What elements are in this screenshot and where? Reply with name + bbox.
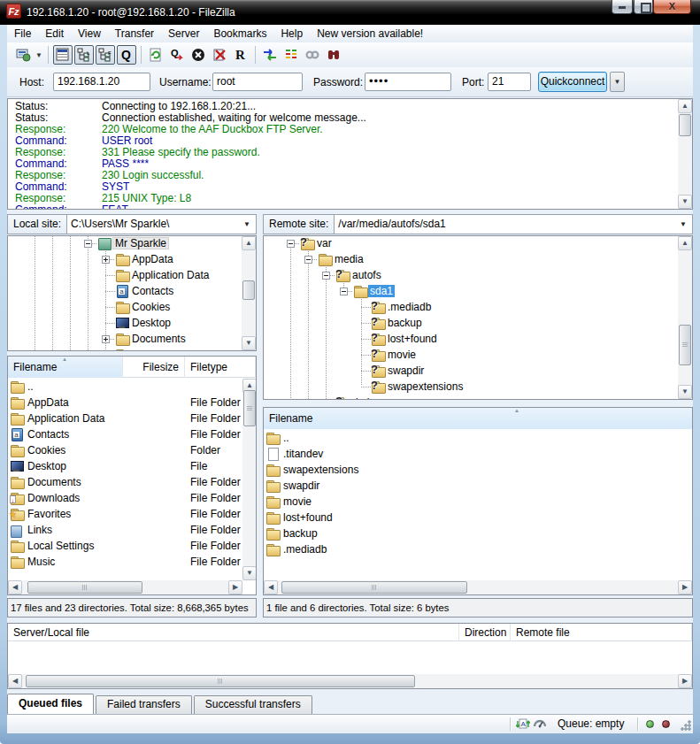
scrollbar[interactable]: ◀ [264, 580, 278, 594]
file-row-lost-found[interactable]: lost+found [264, 510, 692, 525]
tree-item-sda1[interactable]: sda1 [264, 283, 692, 299]
cancel-icon[interactable] [188, 45, 208, 65]
scrollbar[interactable]: ▼ [242, 336, 256, 350]
column-header-filesize[interactable]: Filesize [123, 357, 185, 378]
file-row--titandev[interactable]: .titandev [264, 446, 692, 462]
expand-box[interactable] [102, 256, 110, 264]
file-row-links[interactable]: LinksFile Folder [8, 522, 256, 538]
local-file-list-pane[interactable]: Filename▲FilesizeFiletype..AppDataFile F… [7, 356, 257, 595]
transfer-type-icon[interactable]: A [516, 717, 530, 731]
scrollbar[interactable]: ◀▶ [264, 580, 692, 594]
tree-item-movie[interactable]: ?movie [264, 347, 692, 363]
scrollbar[interactable]: ◀▶ [8, 580, 242, 594]
quickconnect-button[interactable]: Quickconnect [538, 72, 607, 92]
tree-item-dvd[interactable]: ?dvd [264, 395, 692, 400]
collapse-box[interactable] [287, 240, 295, 248]
remote-tree-pane[interactable]: ?varmedia?autofssda1?.mediadb?backup?los… [263, 235, 693, 400]
quickconnect-dropdown-button[interactable]: ▼ [610, 72, 625, 92]
scrollbar[interactable]: ▲▼ [242, 379, 257, 580]
scrollbar[interactable]: ▶ [228, 580, 242, 594]
remote-site-combobox[interactable]: /var/media/autofs/sda1▼ [335, 215, 692, 234]
tree-item-swapextensions[interactable]: ?swapextensions [264, 379, 692, 395]
collapse-box[interactable] [322, 272, 330, 280]
tree-item-application-data[interactable]: Application Data [8, 267, 256, 283]
local-tree-pane[interactable]: Mr SparkleAppDataApplication DataContact… [7, 235, 257, 351]
host-input[interactable]: 192.168.1.20 [53, 73, 150, 91]
resize-grip[interactable] [680, 719, 691, 731]
file-row--[interactable]: .. [264, 430, 692, 446]
scrollbar[interactable]: ▲ [678, 99, 692, 113]
tree-item-contacts[interactable]: Contacts [8, 283, 256, 299]
queue-column-server-local-file[interactable]: Server/Local file [8, 624, 459, 641]
scrollbar[interactable]: ▲▼ [678, 236, 692, 399]
collapse-box[interactable] [84, 240, 92, 248]
tree-item-documents[interactable]: Documents [8, 331, 256, 347]
menu-item-transfer[interactable]: Transfer [108, 25, 161, 42]
tab-successful-transfers[interactable]: Successful transfers [194, 695, 312, 714]
file-row-cookies[interactable]: CookiesFolder [8, 442, 256, 458]
file-row--[interactable]: .. [8, 379, 256, 395]
directory-comparison-icon[interactable] [260, 45, 280, 65]
tree-item-lost-found[interactable]: ?lost+found [264, 331, 692, 347]
file-row-music[interactable]: MusicFile Folder [8, 554, 256, 570]
close-button[interactable]: X [653, 0, 691, 14]
reconnect-icon[interactable]: R [231, 45, 250, 65]
site-manager-icon[interactable] [13, 45, 33, 65]
scrollbar[interactable]: ▼ [678, 385, 692, 399]
port-input[interactable]: 21 [488, 73, 531, 91]
tab-failed-transfers[interactable]: Failed transfers [96, 695, 192, 714]
scrollbar[interactable]: ◀ [8, 580, 22, 594]
scrollbar[interactable] [26, 675, 415, 687]
column-header-filename[interactable]: Filename▲ [264, 408, 693, 429]
view-comparison-icon[interactable] [281, 45, 301, 65]
collapse-box[interactable] [304, 256, 312, 264]
tree-item-downloads[interactable]: ↓Downloads [8, 347, 256, 351]
scrollbar[interactable]: ▲▼ [678, 99, 692, 209]
combo-arrow-icon[interactable]: ▼ [680, 215, 688, 234]
scrollbar[interactable] [679, 325, 691, 365]
menu-item-file[interactable]: File [7, 25, 38, 42]
scrollbar[interactable] [242, 280, 255, 300]
menu-item-bookmarks[interactable]: Bookmarks [206, 25, 273, 42]
file-row-downloads[interactable]: ↓DownloadsFile Folder [8, 490, 256, 506]
tree-item-backup[interactable]: ?backup [264, 315, 692, 331]
column-header-filetype[interactable]: Filetype [185, 357, 256, 378]
file-row-documents[interactable]: DocumentsFile Folder [8, 474, 256, 490]
tree-item-var[interactable]: ?var [264, 235, 692, 251]
file-row-appdata[interactable]: AppDataFile Folder [8, 395, 256, 410]
tree-item-desktop[interactable]: Desktop [8, 315, 256, 331]
tree-item-mr-sparkle[interactable]: Mr Sparkle [8, 235, 256, 251]
scrollbar[interactable]: ◀ [8, 674, 22, 688]
file-row-desktop[interactable]: DesktopFile [8, 458, 256, 474]
queue-column-remote-file[interactable]: Remote file [511, 624, 692, 641]
remote-tree-toggle-icon[interactable]: F [96, 45, 115, 65]
menu-item-help[interactable]: Help [273, 25, 310, 42]
synchronized-browsing-icon[interactable] [303, 45, 322, 65]
scrollbar[interactable]: ▶ [678, 580, 692, 594]
queue-toggle-icon[interactable]: Q [117, 45, 136, 65]
disconnect-icon[interactable] [210, 45, 229, 65]
scrollbar[interactable] [281, 581, 467, 594]
tree-item-appdata[interactable]: AppData [8, 251, 256, 267]
local-site-combobox[interactable]: C:\Users\Mr Sparkle\▼ [67, 215, 256, 234]
tree-item-cookies[interactable]: Cookies [8, 299, 256, 315]
scrollbar[interactable]: ▶ [678, 674, 692, 688]
menu-item-edit[interactable]: Edit [38, 25, 71, 42]
tree-item-swapdir[interactable]: ?swapdir [264, 363, 692, 379]
file-row-movie[interactable]: movie [264, 494, 692, 510]
scrollbar[interactable] [27, 581, 142, 594]
speed-limits-icon[interactable] [533, 717, 547, 731]
scrollbar[interactable]: ▲▼ [242, 236, 256, 350]
menu-item-new-version-available-[interactable]: New version available! [310, 25, 430, 42]
scrollbar[interactable]: ▼ [242, 566, 257, 580]
minimize-button[interactable] [612, 0, 633, 14]
message-log-toggle-icon[interactable] [53, 45, 73, 65]
file-row-backup[interactable]: backup [264, 525, 692, 541]
collapse-box[interactable] [340, 288, 348, 295]
tree-item--mediadb[interactable]: ?.mediadb [264, 299, 692, 315]
combo-arrow-icon[interactable]: ▼ [243, 215, 252, 234]
column-header-filename[interactable]: Filename▲ [8, 357, 123, 378]
file-row--mediadb[interactable]: .mediadb [264, 541, 692, 557]
scrollbar[interactable]: ▲ [678, 236, 692, 250]
transfer-queue-pane[interactable]: Server/Local fileDirectionRemote file◀▶ [7, 623, 693, 689]
